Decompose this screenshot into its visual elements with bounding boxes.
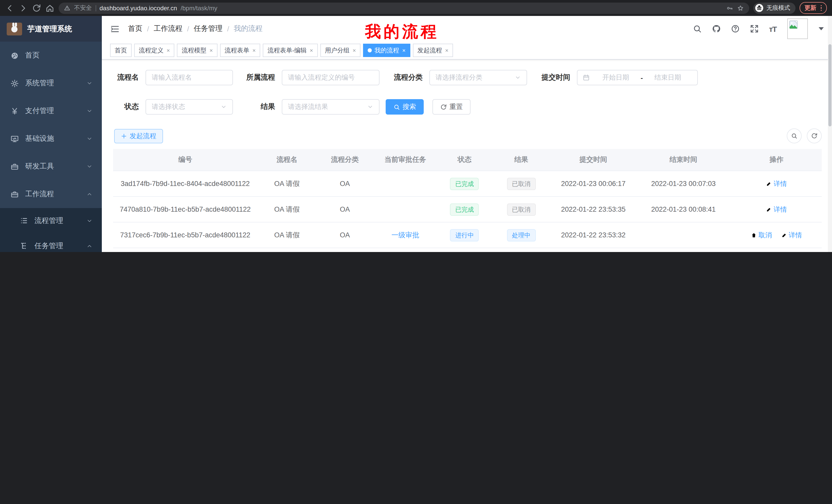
chrome-update-button[interactable]: 更新 (799, 2, 827, 14)
task-link[interactable]: 一级审批 (392, 231, 419, 239)
date-start[interactable]: 开始日期 (592, 73, 640, 82)
forward-icon[interactable] (19, 3, 28, 12)
cell-actions: 详情 (731, 197, 822, 222)
search-button[interactable]: 搜索 (386, 99, 424, 115)
tab[interactable]: 首页 (110, 44, 132, 57)
cell-result: 通过 (492, 248, 551, 252)
sidebar-item-label: 工作流程 (25, 190, 54, 199)
tab[interactable]: 我的流程 × (363, 44, 410, 57)
chevron-up-icon (86, 191, 93, 197)
help-icon[interactable] (731, 24, 740, 33)
search-icon[interactable] (693, 24, 702, 33)
close-icon[interactable]: × (210, 47, 213, 53)
app-logo[interactable]: 芋道管理系统 (0, 16, 102, 41)
fullscreen-icon[interactable] (750, 24, 759, 33)
github-icon[interactable] (712, 24, 721, 33)
password-key-icon[interactable] (726, 4, 733, 11)
avatar[interactable] (787, 19, 808, 39)
cell-status: 已完成 (438, 171, 492, 197)
scrollbar-thumb[interactable] (828, 44, 831, 127)
col-name: 流程名 (257, 149, 316, 171)
breadcrumb-item[interactable]: 工作流程 (154, 24, 183, 33)
name-input[interactable]: 请输入流程名 (146, 70, 233, 85)
close-icon[interactable]: × (353, 47, 356, 53)
row-action-link[interactable]: 详情 (766, 205, 787, 214)
date-range-picker[interactable]: 开始日期 - 结束日期 (577, 70, 698, 85)
scrollbar[interactable] (828, 16, 832, 252)
submit-time-label: 提交时间 (541, 73, 570, 82)
cell-name: OA 请假 (257, 248, 316, 252)
row-action-link[interactable]: 详情 (766, 179, 787, 188)
annotation-title: 我的流程 (365, 21, 439, 43)
cell-submit-time: 2022-01-22 23:53:32 (551, 222, 635, 248)
screen: 不安全 dashboard.yudao.iocoder.cn/bpm/task/… (0, 0, 832, 252)
show-search-button[interactable] (787, 129, 802, 143)
incognito-icon (755, 4, 763, 12)
cell-category: OA (316, 222, 373, 248)
col-result: 结果 (492, 149, 551, 171)
close-icon[interactable]: × (253, 47, 256, 53)
sidebar-item-label: 基础设施 (25, 134, 54, 143)
action-icon (766, 180, 772, 187)
row-action-link[interactable]: 详情 (781, 230, 802, 240)
sidebar-item-基础设施[interactable]: 基础设施 (0, 125, 102, 152)
breadcrumb-item[interactable]: 我的流程 (234, 24, 262, 33)
reload-icon[interactable] (32, 3, 41, 12)
tab[interactable]: 流程表单-编辑 × (263, 44, 318, 57)
sidebar-item-label: 流程管理 (34, 216, 63, 225)
reset-button[interactable]: 重置 (433, 99, 470, 115)
sidebar-item-工作流程[interactable]: 工作流程 (0, 180, 102, 208)
chevron-down-icon[interactable] (818, 27, 824, 30)
result-select[interactable]: 请选择流结果 (282, 99, 380, 115)
tab[interactable]: 发起流程 × (413, 44, 453, 57)
sidebar-item-支付管理[interactable]: 支付管理 (0, 97, 102, 125)
calendar-icon (582, 74, 590, 81)
category-select[interactable]: 请选择流程分类 (430, 70, 527, 85)
filter-row-2: 状态 请选择状态 结果 请选择流结果 搜索 (113, 99, 822, 115)
row-action-link[interactable]: 取消 (751, 230, 772, 240)
action-icon (781, 232, 787, 238)
tab[interactable]: 流程定义 × (134, 44, 175, 57)
sidebar-item-首页[interactable]: 首页 (0, 41, 102, 69)
cell-result: 已取消 (492, 171, 551, 197)
sidebar-item-系统管理[interactable]: 系统管理 (0, 69, 102, 97)
sidebar-item-任务管理[interactable]: 任务管理 (0, 233, 102, 252)
plus-icon (121, 133, 127, 139)
date-end[interactable]: 结束日期 (644, 73, 692, 82)
cell-id: 7470a810-7b9b-11ec-b5b7-acde48001122 (113, 197, 257, 222)
not-secure-icon (64, 5, 71, 11)
sidebar-item-研发工具[interactable]: 研发工具 (0, 152, 102, 180)
cell-id: 2152467e-7b9b-11ec-9a1b-acde48001122 (113, 248, 257, 252)
browser-menu-icon[interactable] (821, 5, 822, 11)
tab[interactable]: 流程表单 × (220, 44, 260, 57)
status-select[interactable]: 请选择状态 (146, 99, 233, 115)
chevron-down-icon (515, 75, 521, 81)
chevron-down-icon (86, 80, 93, 86)
browser-chrome: 不安全 dashboard.yudao.iocoder.cn/bpm/task/… (0, 0, 832, 16)
bookmark-star-icon[interactable] (737, 4, 744, 11)
back-icon[interactable] (5, 3, 15, 12)
table-row: 7470a810-7b9b-11ec-b5b7-acde48001122 OA … (113, 197, 822, 222)
sidebar-menu: 首页系统管理支付管理基础设施研发工具工作流程流程管理任务管理我的流程待办任务已办… (0, 41, 102, 252)
close-icon[interactable]: × (166, 47, 170, 53)
yen-icon (10, 107, 19, 115)
tab[interactable]: 用户分组 × (320, 44, 361, 57)
tab[interactable]: 流程模型 × (177, 44, 217, 57)
breadcrumb-item[interactable]: 任务管理 (194, 24, 223, 33)
breadcrumb-separator: / (147, 25, 149, 33)
address-bar[interactable]: 不安全 dashboard.yudao.iocoder.cn/bpm/task/… (59, 2, 749, 13)
list-icon (20, 216, 28, 225)
breadcrumb-item[interactable]: 首页 (128, 24, 142, 33)
close-icon[interactable]: × (402, 47, 406, 53)
home-icon[interactable] (45, 3, 54, 12)
cell-end-time (636, 222, 731, 248)
create-process-button[interactable]: 发起流程 (114, 129, 163, 143)
definition-input[interactable]: 请输入流程定义的编号 (282, 70, 380, 85)
name-label: 流程名 (114, 73, 139, 82)
close-icon[interactable]: × (310, 47, 313, 53)
refresh-table-button[interactable] (807, 129, 822, 143)
font-size-icon[interactable]: тT (769, 24, 777, 33)
sidebar-item-流程管理[interactable]: 流程管理 (0, 208, 102, 233)
close-icon[interactable]: × (445, 47, 448, 53)
hamburger-icon[interactable] (110, 24, 120, 34)
